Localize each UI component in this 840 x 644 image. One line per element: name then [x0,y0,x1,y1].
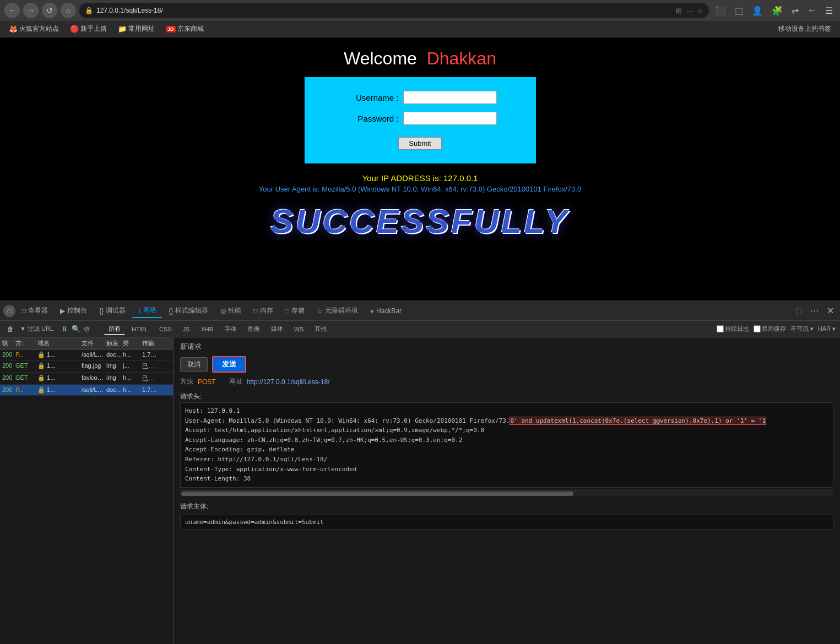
menu-button[interactable]: ☰ [822,4,836,17]
throttle-select[interactable]: 不节流 ▾ [790,325,814,333]
send-button[interactable]: 发送 [212,356,246,373]
header-content-length: Content-Length: 38 [185,474,828,484]
header-accept-language: Accept-Language: zh-CN,zh;q=0.8,zh-TW;q=… [185,435,828,445]
url-text: 127.0.0.1/sqli/Less-18/ [96,7,163,14]
devtools-dock-button[interactable]: □ [3,305,15,317]
block-icon[interactable]: ⊘ [84,325,90,333]
filter-html[interactable]: HTML [127,325,153,334]
filter-other[interactable]: 其他 [310,324,331,334]
welcome-title: Welcome Dhakkan [344,48,496,69]
refresh-button[interactable]: ↺ [42,3,57,18]
bookmarks-button[interactable]: ⬛ [712,4,729,17]
address-bar[interactable]: 🔒 127.0.0.1/sqli/Less-18/ ⊞ ··· ☆ [79,3,709,18]
body-value: uname=admin&passwd=admin&submit=Submit [185,519,324,526]
filter-media[interactable]: 媒体 [267,324,288,334]
body-section-title: 请求主体: [174,499,840,512]
filter-font[interactable]: 字体 [220,324,241,334]
headers-area: Host: 127.0.0.1 User-Agent: Mozilla/5.0 … [180,402,833,488]
clear-network-btn[interactable]: 🗑 [4,324,17,334]
header-host: Host: 127.0.0.1 [185,406,828,416]
header-accept-encoding: Accept-Encoding: gzip, deflate [185,445,828,455]
tab-debugger[interactable]: {} 调试器 [94,304,131,318]
request-row-selected[interactable]: 200 P... 🔒 1... /sqli/Less-18/ docu... h… [0,385,173,396]
filter-css[interactable]: CSS [155,325,176,334]
bookmark-jd[interactable]: JD 京东商城 [161,23,208,35]
method-url-row: 方法 POST 网址 http://127.0.0.1/sqli/Less-18… [174,375,840,389]
back-arrow[interactable]: ← [805,4,819,17]
tab-style-editor[interactable]: {} 样式编辑器 [163,304,214,318]
pause-icon[interactable]: ⏸ [61,325,68,333]
headers-section-title: 请求头: [174,389,840,402]
header-useragent: User-Agent: Mozilla/5.0 (Windows NT 10.0… [185,416,828,426]
bookmark-newuser[interactable]: 🔴 新手上路 [66,23,111,35]
success-text: SUCCESSFULLY [0,201,840,241]
devtools-panel: □ □ 查看器 ▶ 控制台 {} 调试器 ↕ 网络 {} 样式编辑器 ◎ 性能 … [0,301,840,644]
horizontal-scrollbar[interactable] [180,490,833,496]
bookmark-firefox[interactable]: 🦊 火狐官方站点 [4,23,63,35]
debugger-icon: {} [99,307,104,315]
username-input[interactable] [403,91,497,104]
browser-chrome: ← → ↺ ⌂ 🔒 127.0.0.1/sqli/Less-18/ ⊞ ··· … [0,0,840,37]
devtools-toolbar: □ □ 查看器 ▶ 控制台 {} 调试器 ↕ 网络 {} 样式编辑器 ◎ 性能 … [0,301,840,321]
search-icon[interactable]: 🔍 [72,325,80,333]
header-content-type: Content-Type: application/x-www-form-url… [185,465,828,474]
method-value: POST [198,378,216,386]
har-btn[interactable]: HAR ▾ [818,325,836,332]
request-row[interactable]: 200 GET 🔒 1... favicon.ico img h... 已缓存 … [0,373,173,385]
responsive-btn[interactable]: ⬚ [793,305,805,316]
url-label: 网址 [229,377,242,386]
welcome-text: Welcome [344,48,417,68]
forward-button[interactable]: → [23,3,39,18]
filter-right: 持续日志 禁用缓存 不节流 ▾ HAR ▾ [717,325,836,333]
url-value: http://127.0.0.1/sqli/Less-18/ [247,378,330,386]
tab-console[interactable]: ▶ 控制台 [55,304,93,318]
filter-image[interactable]: 图像 [243,324,264,334]
profile-button[interactable]: 👤 [749,4,766,17]
tab-hackbar[interactable]: ● HackBar [365,305,407,317]
star-icon[interactable]: ☆ [697,7,703,15]
request-row[interactable]: 200 P... 🔒 1... /sqli/Less-18/ docu... h… [0,350,173,361]
tabs-button[interactable]: ⬚ [732,4,746,17]
tab-network[interactable]: ↕ 网络 [132,303,162,318]
more-devtools-btn[interactable]: ⋯ [808,304,822,317]
bookmark-common[interactable]: 📁 常用网址 [113,23,159,35]
filter-js[interactable]: JS [178,325,194,334]
tab-inspector[interactable]: □ 查看器 [17,304,53,318]
filter-xhr[interactable]: XHR [196,325,218,334]
close-devtools-btn[interactable]: ✕ [824,304,837,317]
request-row[interactable]: 200 GET 🔒 1... flag.jpg img j... 已缓存 2..… [0,361,173,373]
bookmark-label: 京东商城 [177,24,204,34]
toolbar-right: ⬛ ⬚ 👤 🧩 ⇌ ← ☰ [712,4,836,17]
performance-icon: ◎ [220,307,226,315]
bookmarks-bar: 🦊 火狐官方站点 🔴 新手上路 📁 常用网址 JD 京东商城 移动设备上的书签 [0,21,840,37]
bookmark-mobile[interactable]: 移动设备上的书签 [774,23,836,35]
filter-ws[interactable]: WS [290,325,308,334]
back-button[interactable]: ← [4,3,20,18]
network-filter-bar: 🗑 ▼ 过滤 URL ⏸ 🔍 ⊘ 所有 HTML CSS JS XHR 字体 图… [0,321,840,337]
accessibility-icon: ☆ [317,307,323,315]
extensions-button[interactable]: 🧩 [769,4,785,17]
memory-icon: □ [253,307,257,315]
sync-button[interactable]: ⇌ [789,4,801,17]
disable-cache-checkbox[interactable]: 禁用缓存 [754,325,786,333]
console-icon: ▶ [60,307,65,315]
password-input[interactable] [403,112,497,125]
home-button[interactable]: ⌂ [61,3,76,18]
folder-icon: 📁 [118,25,127,33]
persist-log-checkbox[interactable]: 持续日志 [717,325,749,333]
submit-button[interactable]: Submit [398,137,441,150]
tab-storage[interactable]: □ 存储 [280,304,310,318]
header-injection: 0' and updatexml(1,concat(0x7e,(select @… [510,417,766,425]
cancel-button[interactable]: 取消 [180,357,208,372]
request-detail: 新请求 取消 发送 方法 POST 网址 http://127.0.0.1/sq… [174,337,840,644]
tab-memory[interactable]: □ 内存 [248,304,278,318]
dhakkan-text: Dhakkan [427,48,496,68]
tab-performance[interactable]: ◎ 性能 [215,304,247,318]
jd-icon: JD [166,26,176,32]
password-row: Password : [344,112,497,125]
filter-all[interactable]: 所有 [104,324,125,335]
network-body: 状 方: 域名 文件 触发 类 传输 200 P... 🔒 1... /sqli… [0,337,840,644]
page-content: Welcome Dhakkan Username : Password : Su… [0,37,840,301]
tab-accessibility[interactable]: ☆ 无障碍环境 [311,304,364,318]
login-box: Username : Password : Submit [305,77,536,163]
